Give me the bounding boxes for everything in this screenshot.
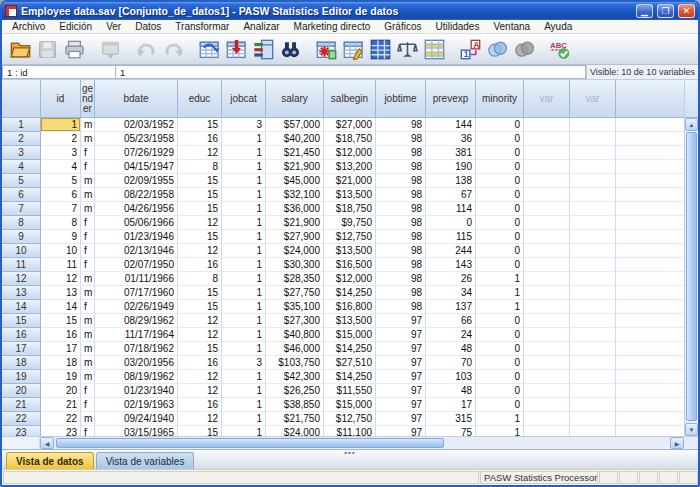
cell-5-salary[interactable]: $45,000 xyxy=(266,174,324,188)
cell-2-minority[interactable]: 0 xyxy=(476,132,524,146)
cell-21-educ[interactable]: 16 xyxy=(178,398,222,412)
cell-14-gender[interactable]: f xyxy=(81,300,95,314)
column-header-minority[interactable]: minority xyxy=(476,80,524,118)
print-icon[interactable] xyxy=(61,36,88,63)
row-header-21[interactable]: 21 xyxy=(2,398,41,412)
cell-1-prevexp[interactable]: 144 xyxy=(426,118,476,132)
cell-17-salbegin[interactable]: $14,250 xyxy=(324,342,376,356)
row-header-22[interactable]: 22 xyxy=(2,412,41,426)
cell-14-jobcat[interactable]: 1 xyxy=(222,300,266,314)
insert-variable-icon[interactable] xyxy=(340,36,367,63)
cell-10-minority[interactable]: 0 xyxy=(476,244,524,258)
cell-23-salbegin[interactable]: $11,100 xyxy=(324,426,376,436)
cell-8-salbegin[interactable]: $9,750 xyxy=(324,216,376,230)
cell-17-bdate[interactable]: 07/18/1962 xyxy=(95,342,178,356)
cell-12-educ[interactable]: 8 xyxy=(178,272,222,286)
cell-9-educ[interactable]: 15 xyxy=(178,230,222,244)
cell-7-jobtime[interactable]: 98 xyxy=(376,202,426,216)
cell-21-jobtime[interactable]: 97 xyxy=(376,398,426,412)
row-header-15[interactable]: 15 xyxy=(2,314,41,328)
cell-17-prevexp[interactable]: 48 xyxy=(426,342,476,356)
titlebar[interactable]: Employee data.sav [Conjunto_de_datos1] -… xyxy=(2,2,698,20)
cell-22-id[interactable]: 22 xyxy=(41,412,81,426)
show-all-variables-icon[interactable] xyxy=(511,36,538,63)
cell-11-salbegin[interactable]: $16,500 xyxy=(324,258,376,272)
cell-1-jobtime[interactable]: 98 xyxy=(376,118,426,132)
row-header-1[interactable]: 1 xyxy=(2,118,41,132)
row-header-19[interactable]: 19 xyxy=(2,370,41,384)
menu-datos[interactable]: Datos xyxy=(128,21,168,32)
cell-8-prevexp[interactable]: 0 xyxy=(426,216,476,230)
cell-11-jobcat[interactable]: 1 xyxy=(222,258,266,272)
cell-1-salary[interactable]: $57,000 xyxy=(266,118,324,132)
cell-1-minority[interactable]: 0 xyxy=(476,118,524,132)
cell-3-id[interactable]: 3 xyxy=(41,146,81,160)
cell-21-var2[interactable] xyxy=(570,398,616,412)
cell-6-gender[interactable]: m xyxy=(81,188,95,202)
maximize-button[interactable]: ❐ xyxy=(657,4,674,18)
cell-17-minority[interactable]: 0 xyxy=(476,342,524,356)
cell-6-bdate[interactable]: 08/22/1958 xyxy=(95,188,178,202)
cell-15-educ[interactable]: 12 xyxy=(178,314,222,328)
cell-13-gender[interactable]: m xyxy=(81,286,95,300)
cell-5-jobcat[interactable]: 1 xyxy=(222,174,266,188)
cell-7-salbegin[interactable]: $18,750 xyxy=(324,202,376,216)
cell-10-salary[interactable]: $24,000 xyxy=(266,244,324,258)
cell-22-jobtime[interactable]: 97 xyxy=(376,412,426,426)
row-header-17[interactable]: 17 xyxy=(2,342,41,356)
cell-2-salbegin[interactable]: $18,750 xyxy=(324,132,376,146)
cell-16-salary[interactable]: $40,800 xyxy=(266,328,324,342)
vertical-scroll-thumb[interactable] xyxy=(686,132,697,421)
column-header-jobcat[interactable]: jobcat xyxy=(222,80,266,118)
menu-ventana[interactable]: Ventana xyxy=(486,21,537,32)
cell-2-var2[interactable] xyxy=(570,132,616,146)
cell-15-var1[interactable] xyxy=(524,314,570,328)
cell-1-var2[interactable] xyxy=(570,118,616,132)
cell-15-bdate[interactable]: 08/29/1962 xyxy=(95,314,178,328)
row-header-12[interactable]: 12 xyxy=(2,272,41,286)
cell-9-jobtime[interactable]: 98 xyxy=(376,230,426,244)
cell-20-var1[interactable] xyxy=(524,384,570,398)
cell-10-gender[interactable]: f xyxy=(81,244,95,258)
pane-splitter-handle[interactable]: ••• xyxy=(344,450,355,455)
cell-3-educ[interactable]: 12 xyxy=(178,146,222,160)
menu-transformar[interactable]: Transformar xyxy=(168,21,236,32)
cell-16-minority[interactable]: 0 xyxy=(476,328,524,342)
cell-10-id[interactable]: 10 xyxy=(41,244,81,258)
cell-1-jobcat[interactable]: 3 xyxy=(222,118,266,132)
variables-icon[interactable] xyxy=(250,36,277,63)
tab-vista-de-variables[interactable]: Vista de variables xyxy=(96,452,195,469)
cell-15-gender[interactable]: m xyxy=(81,314,95,328)
cell-22-minority[interactable]: 1 xyxy=(476,412,524,426)
cell-17-id[interactable]: 17 xyxy=(41,342,81,356)
goto-case-icon[interactable] xyxy=(196,36,223,63)
cell-23-var1[interactable] xyxy=(524,426,570,436)
cell-19-prevexp[interactable]: 103 xyxy=(426,370,476,384)
scroll-up-arrow-icon[interactable]: ▲ xyxy=(685,118,698,131)
cell-19-jobtime[interactable]: 97 xyxy=(376,370,426,384)
tab-vista-de-datos[interactable]: Vista de datos xyxy=(6,452,94,469)
cell-2-gender[interactable]: m xyxy=(81,132,95,146)
cell-21-gender[interactable]: f xyxy=(81,398,95,412)
cell-17-jobtime[interactable]: 97 xyxy=(376,342,426,356)
cell-14-var2[interactable] xyxy=(570,300,616,314)
cell-6-jobtime[interactable]: 98 xyxy=(376,188,426,202)
cell-10-var1[interactable] xyxy=(524,244,570,258)
cell-18-salary[interactable]: $103,750 xyxy=(266,356,324,370)
cell-3-salary[interactable]: $21,450 xyxy=(266,146,324,160)
cell-4-educ[interactable]: 8 xyxy=(178,160,222,174)
cell-2-jobcat[interactable]: 1 xyxy=(222,132,266,146)
cell-6-salary[interactable]: $32,100 xyxy=(266,188,324,202)
minimize-button[interactable]: ▁ xyxy=(636,4,653,18)
cell-11-educ[interactable]: 16 xyxy=(178,258,222,272)
row-header-7[interactable]: 7 xyxy=(2,202,41,216)
cell-19-salary[interactable]: $42,300 xyxy=(266,370,324,384)
cell-8-var1[interactable] xyxy=(524,216,570,230)
cell-15-id[interactable]: 15 xyxy=(41,314,81,328)
scroll-down-arrow-icon[interactable]: ▼ xyxy=(685,423,698,436)
row-header-3[interactable]: 3 xyxy=(2,146,41,160)
cell-21-jobcat[interactable]: 1 xyxy=(222,398,266,412)
cell-6-jobcat[interactable]: 1 xyxy=(222,188,266,202)
cell-14-salbegin[interactable]: $16,800 xyxy=(324,300,376,314)
row-header-9[interactable]: 9 xyxy=(2,230,41,244)
